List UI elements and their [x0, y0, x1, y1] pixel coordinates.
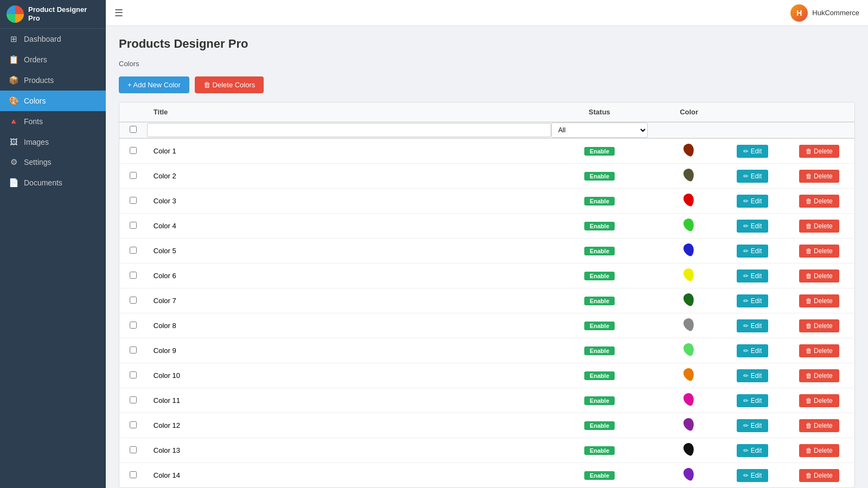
- status-badge-10: Enable: [584, 371, 615, 380]
- row-checkbox-cell: [119, 338, 147, 363]
- edit-button-8[interactable]: ✏ Edit: [737, 319, 768, 332]
- row-delete-cell-5: 🗑 Delete: [793, 239, 854, 264]
- row-checkbox-cell: [119, 239, 147, 264]
- edit-button-7[interactable]: ✏ Edit: [737, 294, 768, 307]
- row-edit-cell-14: ✏ Edit: [730, 463, 792, 488]
- title-filter-input[interactable]: [147, 123, 551, 137]
- edit-button-14[interactable]: ✏ Edit: [737, 469, 768, 482]
- sidebar-item-documents[interactable]: 📄 Documents: [0, 172, 106, 193]
- edit-button-10[interactable]: ✏ Edit: [737, 369, 768, 382]
- row-status-5: Enable: [551, 239, 648, 264]
- table-header-row: Title Status Color: [119, 102, 854, 122]
- sidebar-item-orders[interactable]: 📋 Orders: [0, 49, 106, 70]
- delete-button-5[interactable]: 🗑 Delete: [799, 245, 839, 258]
- row-delete-cell-12: 🗑 Delete: [793, 413, 854, 438]
- row-color-5: [648, 239, 730, 264]
- filter-color-cell: [648, 122, 730, 138]
- edit-button-3[interactable]: ✏ Edit: [737, 195, 768, 208]
- status-badge-2: Enable: [584, 172, 615, 181]
- row-checkbox-7[interactable]: [130, 297, 137, 304]
- table-row: Color 6 Enable ✏ Edit 🗑 Delete: [119, 264, 854, 288]
- colors-table: Title Status Color: [119, 102, 854, 487]
- row-checkbox-cell: [119, 288, 147, 313]
- delete-button-12[interactable]: 🗑 Delete: [799, 419, 839, 432]
- row-edit-cell-10: ✏ Edit: [730, 363, 792, 388]
- row-checkbox-8[interactable]: [130, 322, 137, 329]
- sidebar-item-dashboard[interactable]: ⊞ Dashboard: [0, 29, 106, 49]
- sidebar-item-images[interactable]: 🖼 Images: [0, 132, 106, 152]
- row-checkbox-13[interactable]: [130, 446, 137, 453]
- page-title: Products Designer Pro: [119, 37, 855, 51]
- row-checkbox-11[interactable]: [130, 396, 137, 403]
- edit-button-4[interactable]: ✏ Edit: [737, 220, 768, 233]
- delete-button-11[interactable]: 🗑 Delete: [799, 394, 839, 407]
- topbar-right: H HukCommerce: [790, 4, 859, 22]
- row-checkbox-3[interactable]: [130, 197, 137, 204]
- row-edit-cell-3: ✏ Edit: [730, 189, 792, 214]
- sidebar-nav: ⊞ Dashboard📋 Orders📦 Products🎨 Colors🔺 F…: [0, 29, 106, 193]
- table-row: Color 1 Enable ✏ Edit 🗑 Delete: [119, 138, 854, 164]
- row-status-11: Enable: [551, 388, 648, 413]
- edit-button-2[interactable]: ✏ Edit: [737, 170, 768, 183]
- row-edit-cell-11: ✏ Edit: [730, 388, 792, 413]
- select-all-checkbox[interactable]: [130, 126, 137, 133]
- row-title-14: Color 14: [147, 463, 551, 488]
- products-icon: 📦: [9, 75, 18, 85]
- menu-icon[interactable]: ☰: [114, 7, 123, 19]
- row-checkbox-14[interactable]: [130, 471, 137, 478]
- row-checkbox-5[interactable]: [130, 247, 137, 254]
- row-color-3: [648, 189, 730, 214]
- status-filter-select[interactable]: All Enable Disable: [551, 123, 648, 138]
- sidebar-item-settings[interactable]: ⚙ Settings: [0, 152, 106, 172]
- edit-button-5[interactable]: ✏ Edit: [737, 245, 768, 258]
- delete-button-8[interactable]: 🗑 Delete: [799, 319, 839, 332]
- row-title-5: Color 5: [147, 239, 551, 264]
- sidebar-item-fonts[interactable]: 🔺 Fonts: [0, 111, 106, 132]
- row-edit-cell-8: ✏ Edit: [730, 313, 792, 338]
- delete-button-2[interactable]: 🗑 Delete: [799, 170, 839, 183]
- table-row: Color 10 Enable ✏ Edit 🗑 Delete: [119, 363, 854, 388]
- sidebar-item-colors[interactable]: 🎨 Colors: [0, 91, 106, 111]
- delete-button-14[interactable]: 🗑 Delete: [799, 469, 839, 482]
- table-row: Color 3 Enable ✏ Edit 🗑 Delete: [119, 189, 854, 214]
- delete-button-13[interactable]: 🗑 Delete: [799, 444, 839, 457]
- status-badge-8: Enable: [584, 322, 615, 330]
- row-checkbox-10[interactable]: [130, 371, 137, 378]
- delete-button-1[interactable]: 🗑 Delete: [799, 145, 839, 158]
- breadcrumb: Colors: [119, 60, 855, 68]
- table-row: Color 11 Enable ✏ Edit 🗑 Delete: [119, 388, 854, 413]
- delete-button-7[interactable]: 🗑 Delete: [799, 294, 839, 307]
- delete-button-4[interactable]: 🗑 Delete: [799, 220, 839, 233]
- edit-button-11[interactable]: ✏ Edit: [737, 394, 768, 407]
- row-checkbox-4[interactable]: [130, 222, 137, 229]
- delete-button-10[interactable]: 🗑 Delete: [799, 369, 839, 382]
- edit-button-6[interactable]: ✏ Edit: [737, 269, 768, 282]
- edit-button-1[interactable]: ✏ Edit: [737, 145, 768, 158]
- edit-button-9[interactable]: ✏ Edit: [737, 344, 768, 357]
- app-logo: [7, 5, 24, 23]
- edit-button-13[interactable]: ✏ Edit: [737, 444, 768, 457]
- row-status-3: Enable: [551, 189, 648, 214]
- add-color-button[interactable]: + Add New Color: [119, 76, 189, 93]
- row-checkbox-cell: [119, 413, 147, 438]
- table-filter-row: All Enable Disable: [119, 122, 854, 138]
- row-color-14: [648, 463, 730, 488]
- delete-button-3[interactable]: 🗑 Delete: [799, 195, 839, 208]
- row-checkbox-2[interactable]: [130, 172, 137, 179]
- delete-button-9[interactable]: 🗑 Delete: [799, 344, 839, 357]
- sidebar-header: Product Designer Pro: [0, 0, 106, 29]
- row-checkbox-cell: [119, 264, 147, 288]
- fonts-icon: 🔺: [9, 117, 18, 126]
- sidebar-item-products[interactable]: 📦 Products: [0, 70, 106, 91]
- filter-action1-cell: [730, 122, 792, 138]
- row-delete-cell-11: 🗑 Delete: [793, 388, 854, 413]
- row-checkbox-12[interactable]: [130, 421, 137, 428]
- edit-button-12[interactable]: ✏ Edit: [737, 419, 768, 432]
- row-color-4: [648, 214, 730, 239]
- delete-colors-button[interactable]: 🗑 Delete Colors: [195, 76, 264, 93]
- delete-button-6[interactable]: 🗑 Delete: [799, 269, 839, 282]
- row-checkbox-9[interactable]: [130, 346, 137, 354]
- row-checkbox-1[interactable]: [130, 147, 137, 154]
- table-row: Color 12 Enable ✏ Edit 🗑 Delete: [119, 413, 854, 438]
- row-checkbox-6[interactable]: [130, 272, 137, 279]
